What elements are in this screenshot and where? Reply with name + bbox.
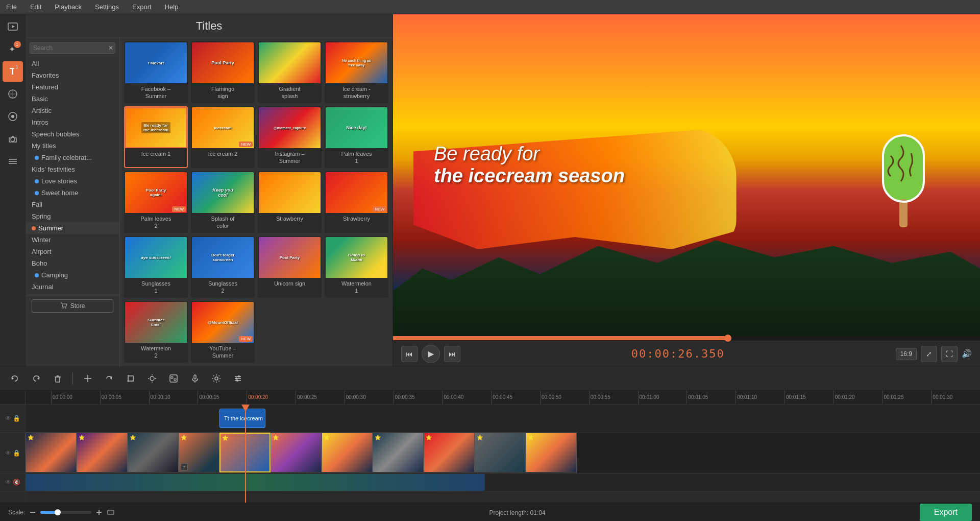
clip-mountain[interactable]: ⭐: [475, 433, 526, 472]
audio-levels-button[interactable]: [229, 370, 247, 387]
title-strawberry-2[interactable]: NEW Strawberry: [325, 171, 388, 233]
export-button[interactable]: Export: [920, 504, 972, 521]
title-facebook-summer[interactable]: f Movart Facebook –Summer: [124, 41, 188, 103]
clip-concert[interactable]: ⭐: [77, 433, 128, 472]
search-clear-button[interactable]: ✕: [108, 44, 113, 52]
title-palm-leaves-2[interactable]: Pool Partyagain! NEW Palm leaves2: [124, 171, 188, 233]
volume-icon[interactable]: 🔊: [962, 349, 972, 359]
playhead-line[interactable]: [245, 405, 246, 503]
category-basic[interactable]: Basic: [26, 93, 119, 105]
title-watermelon-2[interactable]: Summertime! Watermelon2: [124, 301, 188, 363]
lock-icon-title[interactable]: 🔒: [13, 415, 20, 422]
title-palm-leaves-1[interactable]: Nice day! Palm leaves1: [325, 106, 388, 168]
fit-to-screen-icon[interactable]: [107, 508, 115, 516]
title-icecream-1[interactable]: Be ready forthe icecream Ice cream 1: [124, 106, 188, 168]
category-kids[interactable]: Kids' festivities: [26, 163, 119, 175]
crop-button[interactable]: [122, 370, 139, 387]
redo-button[interactable]: [28, 370, 45, 387]
expand-button[interactable]: ⤢: [921, 346, 937, 362]
title-unicorn-sign[interactable]: Pool Party Unicorn sign: [258, 236, 322, 298]
category-favorites[interactable]: Favorites: [26, 69, 119, 81]
title-instagram-summer[interactable]: @moment_capture Instagram –Summer: [258, 106, 322, 168]
eye-icon-video[interactable]: 👁: [5, 449, 11, 457]
category-airport[interactable]: Airport: [26, 246, 119, 257]
category-camping[interactable]: Camping: [26, 269, 119, 281]
category-sweet-home[interactable]: Sweet home: [26, 187, 119, 199]
clip-sunset[interactable]: ⭐: [424, 433, 475, 472]
title-icecream-strawberry[interactable]: No such thing asfree away Ice cream -str…: [325, 41, 388, 103]
progress-bar-area[interactable]: [393, 336, 980, 340]
overlays-tool[interactable]: [3, 106, 23, 127]
brightness-button[interactable]: [143, 370, 161, 387]
title-strawberry-1[interactable]: Strawberry: [258, 171, 322, 233]
text-clip[interactable]: Tt the icecream: [219, 409, 265, 428]
clip-clouds[interactable]: ⭐: [271, 433, 322, 472]
cut-button[interactable]: [79, 370, 96, 387]
menu-export[interactable]: Export: [130, 2, 154, 12]
menu-help[interactable]: Help: [163, 2, 181, 12]
ruler-mark-40: 00:00:40: [442, 390, 491, 405]
mic-button[interactable]: [186, 370, 204, 387]
mute-icon-audio[interactable]: 🔇: [13, 479, 20, 486]
scale-slider[interactable]: [40, 511, 91, 514]
category-my-titles[interactable]: My titles: [26, 140, 119, 152]
lock-icon-video[interactable]: 🔒: [13, 449, 20, 457]
skip-back-button[interactable]: ⏮: [401, 346, 418, 362]
category-summer[interactable]: Summer: [26, 222, 119, 234]
category-speech-bubbles[interactable]: Speech bubbles: [26, 128, 119, 140]
transitions-tool[interactable]: [3, 84, 23, 104]
microphone-icon: [190, 374, 200, 383]
skip-forward-button[interactable]: ⏭: [444, 346, 460, 362]
category-journal[interactable]: Journal: [26, 281, 119, 293]
category-fall[interactable]: Fall: [26, 199, 119, 210]
zoom-out-icon[interactable]: [29, 509, 36, 516]
menu-settings[interactable]: Settings: [93, 2, 121, 12]
category-love[interactable]: Love stories: [26, 175, 119, 187]
title-splash-color[interactable]: Keep youcool Splash ofcolor: [191, 171, 255, 233]
video-tool[interactable]: [3, 16, 23, 37]
store-button[interactable]: Store: [32, 299, 113, 313]
progress-handle[interactable]: [724, 335, 731, 342]
clip-city[interactable]: ⭐: [26, 433, 77, 472]
effects-tool[interactable]: ✦ 1: [3, 39, 23, 59]
zoom-in-icon[interactable]: [95, 509, 103, 516]
category-family[interactable]: Family celebrat...: [26, 152, 119, 163]
title-icecream-2[interactable]: NEW Icecream Ice cream 2: [191, 106, 255, 168]
fullscreen-button[interactable]: ⛶: [941, 346, 958, 362]
category-winter[interactable]: Winter: [26, 234, 119, 246]
category-boho[interactable]: Boho: [26, 257, 119, 269]
title-flamingo-sign[interactable]: Pool Party Flamingosign: [191, 41, 255, 103]
category-all[interactable]: All: [26, 58, 119, 69]
rotate-button[interactable]: [101, 370, 118, 387]
delete-button[interactable]: [49, 370, 66, 387]
play-button[interactable]: ▶: [422, 345, 440, 363]
title-sunglasses-1[interactable]: aye sunscreen! Sunglasses1: [124, 236, 188, 298]
title-sunglasses-2[interactable]: Don't forgetsunscreen Sunglasses2: [191, 236, 255, 298]
clip-group[interactable]: ⭐: [526, 433, 577, 472]
eye-icon-title[interactable]: 👁: [5, 415, 11, 422]
menu-edit[interactable]: Edit: [28, 2, 43, 12]
title-youtube-summer[interactable]: NEW @MountOfficial YouTube –Summer: [191, 301, 255, 363]
clip-couple[interactable]: ⭐: [322, 433, 373, 472]
camera-tool[interactable]: [3, 129, 23, 149]
icecream-graphic: [857, 120, 949, 243]
clip-bridge2[interactable]: ⭐: [373, 433, 424, 472]
menu-playback[interactable]: Playback: [53, 2, 84, 12]
eye-icon-audio[interactable]: 👁: [5, 479, 11, 486]
search-input[interactable]: [30, 42, 115, 54]
clip-bridge[interactable]: ⭐ +: [179, 433, 219, 472]
undo-button[interactable]: [6, 370, 23, 387]
filter-button[interactable]: [165, 370, 182, 387]
category-featured[interactable]: Featured: [26, 81, 119, 93]
menu-file[interactable]: File: [4, 2, 19, 12]
title-watermelon-1[interactable]: Going toMiami Watermelon1: [325, 236, 388, 298]
category-spring[interactable]: Spring: [26, 210, 119, 222]
title-gradient-splash[interactable]: Gradientsplash: [258, 41, 322, 103]
ratio-button[interactable]: 16:9: [896, 348, 917, 360]
clip-highway[interactable]: ⭐: [128, 433, 179, 472]
settings-button[interactable]: [208, 370, 225, 387]
menu-tool[interactable]: [3, 151, 23, 172]
category-artistic[interactable]: Artistic: [26, 105, 119, 116]
titles-tool[interactable]: T 1: [3, 61, 23, 82]
category-intros[interactable]: Intros: [26, 116, 119, 128]
